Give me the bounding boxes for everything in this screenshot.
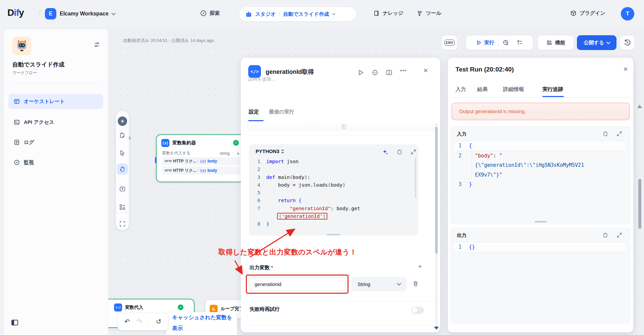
app-type-label: ワークフロー <box>12 70 37 76</box>
sidebar-item-logs[interactable]: ログ <box>8 135 103 150</box>
tab-result[interactable]: 結果 <box>477 86 488 93</box>
env-button[interactable]: ENV <box>442 35 457 50</box>
checklist-button[interactable] <box>513 40 527 46</box>
variable-setting-icon[interactable] <box>341 124 346 129</box>
pointer-tool[interactable] <box>119 149 126 157</box>
node-panel-title[interactable]: generationId取得 <box>266 68 314 76</box>
more-menu-icon[interactable]: ⋯ <box>400 66 407 75</box>
aggregator-add-button[interactable]: + <box>236 150 239 156</box>
target-icon[interactable] <box>372 69 378 76</box>
show-cached-variables-link[interactable]: キャッシュされた変数を <box>172 314 232 321</box>
cursor-icon <box>119 149 126 156</box>
panel-scrollbar-thumb[interactable] <box>435 127 438 254</box>
app-title: 自動でスライド作成 <box>12 61 64 68</box>
collapse-sidebar-icon[interactable] <box>11 319 18 326</box>
variable-input-partial[interactable] <box>248 124 311 130</box>
output-variable-type-select[interactable]: String <box>352 277 407 291</box>
copy-icon[interactable] <box>602 131 608 137</box>
retry-toggle[interactable] <box>411 307 424 314</box>
nav-knowledge[interactable]: ナレッジ <box>373 10 403 16</box>
run-node-icon[interactable] <box>358 69 364 76</box>
dify-logo[interactable]: Dify <box>7 7 24 18</box>
change-history-icon[interactable]: ↺ <box>156 318 161 326</box>
close-icon[interactable]: ✕ <box>623 66 628 73</box>
robot-icon <box>245 11 252 18</box>
divider <box>149 318 149 325</box>
copy-icon[interactable] <box>396 149 402 155</box>
hand-tool-active[interactable] <box>117 163 128 175</box>
chevron-down-icon[interactable] <box>332 12 336 15</box>
close-panel-icon[interactable]: ✕ <box>423 67 428 74</box>
nav-tools[interactable]: ツール <box>417 10 441 16</box>
resize-handle[interactable] <box>327 234 340 235</box>
node-input-handle[interactable] <box>155 157 157 163</box>
nav-explore[interactable]: 探索 <box>200 10 220 16</box>
add-note-button[interactable] <box>119 132 126 140</box>
breadcrumb-app-name[interactable]: 自動でスライド作成 <box>283 11 329 17</box>
expand-icon[interactable] <box>616 131 622 137</box>
run-history-button[interactable] <box>499 40 513 46</box>
output-variable-name-input[interactable] <box>249 277 345 291</box>
plugins-icon <box>570 10 577 16</box>
expand-icon[interactable] <box>411 149 416 155</box>
nav-plugins[interactable]: プラグイン <box>570 10 605 16</box>
error-message: Output generationid is missing. <box>459 109 526 114</box>
export-dsl-button[interactable] <box>119 186 126 194</box>
copy-icon[interactable] <box>602 232 608 238</box>
app-settings-icon[interactable] <box>94 41 100 48</box>
canvas-tool-palette: + <box>116 111 129 230</box>
redo-icon[interactable]: ↷ <box>137 318 142 326</box>
publish-button[interactable]: 公開する <box>577 35 616 50</box>
window-scrollbar-thumb[interactable] <box>638 179 641 229</box>
aggregator-variable-row[interactable]: HTTP HTTP リク... / {x} body <box>162 157 240 165</box>
variable-source: HTTP リク... <box>173 168 196 174</box>
export-icon <box>119 186 126 192</box>
logo-letter: y <box>19 7 24 18</box>
nav-studio[interactable]: スタジオ <box>255 11 276 17</box>
sidebar-item-label: 監視 <box>24 159 34 166</box>
http-node-icon: HTTP <box>165 159 172 163</box>
node-config-panel: </> generationId取得 ⋯ ✕ 設定 最後の実行 PYTHON3 … <box>241 58 440 332</box>
code-lines[interactable]: 1import json23def main(body):4 body = js… <box>252 158 415 228</box>
tab-last-run[interactable]: 最後の実行 <box>269 109 294 115</box>
tab-input[interactable]: 入力 <box>455 86 466 93</box>
ai-sparkle-icon[interactable] <box>382 149 388 155</box>
sidebar-item-monitoring[interactable]: 監視 <box>8 155 103 170</box>
aggregator-variable-row[interactable]: HTTP HTTP リク... / {x} body <box>162 166 240 175</box>
output-json-lines[interactable]: 1{} <box>454 242 626 252</box>
version-history-button[interactable] <box>620 35 635 50</box>
delete-variable-icon[interactable] <box>413 281 419 287</box>
tab-detail[interactable]: 詳細情報 <box>503 86 524 93</box>
code-language-selector[interactable]: PYTHON3 <box>256 148 284 154</box>
compass-icon <box>200 10 207 16</box>
organize-blocks-button[interactable] <box>119 204 126 212</box>
sidebar-item-label: API アクセス <box>24 119 54 126</box>
show-cached-variables-link[interactable]: 表示 <box>172 325 183 332</box>
scroll-down-arrow[interactable] <box>434 327 439 330</box>
top-nav: Dify / E Elcamy Workspace 探索 スタジオ / 自動でス… <box>0 0 644 29</box>
input-json-lines[interactable]: 1{2 "body": " {\"generationId\":\"iHg5N3… <box>454 141 626 189</box>
scroll-up-arrow[interactable] <box>637 105 642 108</box>
run-button[interactable]: 実行 <box>472 40 498 46</box>
tab-tracing[interactable]: 実行追跡 <box>542 86 563 93</box>
sidebar-item-api-access[interactable]: API アクセス <box>8 114 103 130</box>
expand-icon[interactable] <box>616 232 622 238</box>
nav-knowledge-label: ナレッジ <box>383 10 403 16</box>
split-view-icon[interactable] <box>386 69 392 76</box>
features-button[interactable]: 機能 <box>538 35 574 50</box>
add-node-button[interactable]: + <box>118 116 127 126</box>
tab-settings[interactable]: 設定 <box>249 109 259 115</box>
add-output-variable-button[interactable]: + <box>418 262 422 271</box>
features-icon <box>546 40 552 46</box>
user-avatar[interactable]: T <box>621 7 634 20</box>
fit-view-button[interactable] <box>119 221 126 229</box>
undo-icon[interactable]: ↶ <box>124 318 130 326</box>
editor-scrollbar[interactable] <box>415 158 416 198</box>
sidebar-item-orchestrate[interactable]: オーケストレート <box>8 94 103 109</box>
workspace-switcher[interactable]: E Elcamy Workspace <box>45 8 115 19</box>
node-description-input[interactable] <box>248 77 389 82</box>
code-editor-card: PYTHON3 1import json23def main(body):4 b… <box>249 144 418 236</box>
http-node-icon: HTTP <box>165 169 172 172</box>
variable-input-partial[interactable] <box>312 124 435 130</box>
resize-handle[interactable] <box>535 221 547 223</box>
